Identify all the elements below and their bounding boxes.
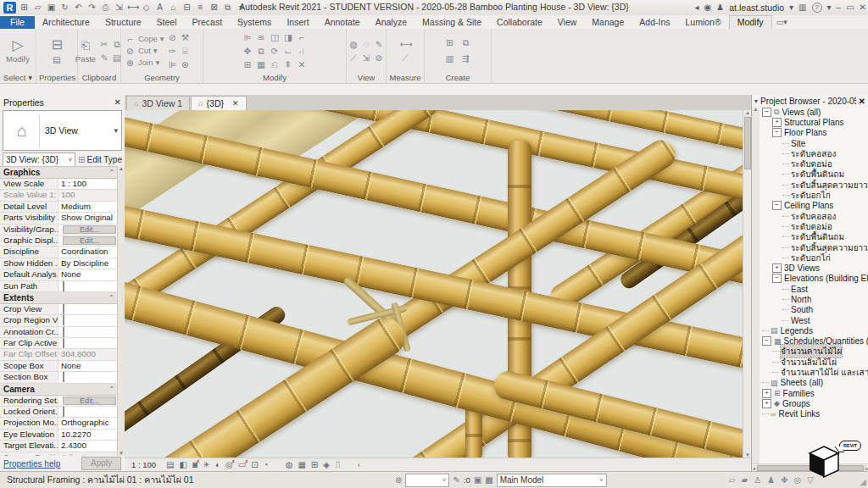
worksharing-display-icon[interactable]: ◈ xyxy=(323,460,330,469)
type-selector[interactable]: ⌂ 3D View ▾ xyxy=(3,110,122,151)
cut-geometry-icon[interactable]: ⊘ xyxy=(167,32,178,42)
tree-expander-icon[interactable]: + xyxy=(762,399,771,408)
create-parts-icon[interactable]: ⇶ xyxy=(460,53,471,64)
ribbon-tab-manage[interactable]: Manage xyxy=(584,16,632,29)
displace-elements-icon[interactable]: ⇲ xyxy=(361,53,372,63)
properties-scrollbar[interactable]: ▲▼ xyxy=(117,166,125,456)
paint-icon[interactable]: ✑ xyxy=(167,46,178,56)
tree-expander-icon[interactable]: − xyxy=(762,108,771,117)
temporary-hide-isolate-icon[interactable]: ◔ xyxy=(264,460,269,469)
help-caret-icon[interactable]: ▾ xyxy=(827,3,832,12)
property-value[interactable]: 304.8000 xyxy=(58,349,118,359)
ribbon-tab-architecture[interactable]: Architecture xyxy=(35,16,97,29)
ribbon-tab-analyze[interactable]: Analyze xyxy=(368,16,415,29)
delete-icon[interactable]: ✕ xyxy=(297,59,308,69)
property-value[interactable]: 1 : 100 xyxy=(58,179,118,189)
user-icon[interactable]: ♟ xyxy=(716,3,724,12)
editable-only-icon[interactable]: ✎ xyxy=(453,475,459,485)
text-icon[interactable]: A xyxy=(154,2,165,14)
sun-path-icon[interactable]: ☀ xyxy=(203,460,210,469)
property-value[interactable]: Orthographic xyxy=(58,418,118,428)
view-tab-close-icon[interactable]: ✕ xyxy=(232,99,239,108)
tree-expander-icon[interactable]: + xyxy=(762,389,771,398)
background-processes-icon[interactable]: ◎ xyxy=(794,475,802,485)
save-icon[interactable]: ▣ xyxy=(46,2,57,14)
section-collapse-icon[interactable]: ⌃ xyxy=(108,385,114,393)
file-tabs-icon[interactable]: ⊞ xyxy=(19,2,30,14)
aligned-dimension-icon[interactable]: ⟷ xyxy=(127,2,138,14)
show-crop-region-icon[interactable]: ⊡ xyxy=(251,460,258,469)
cut-geometry-icon[interactable]: ⊘ xyxy=(125,46,136,56)
app-store-icon[interactable]: ▥ xyxy=(798,3,806,12)
vcb-collapse-icon[interactable]: ‹ xyxy=(358,461,360,469)
select-panel-label[interactable]: Select ▾ xyxy=(0,72,36,83)
crop-view-icon[interactable]: ▭✗ xyxy=(238,460,246,469)
property-section-camera[interactable]: Camera⌃ xyxy=(0,384,118,396)
help-icon[interactable]: ? xyxy=(812,3,822,13)
select-links-icon[interactable]: ▱ xyxy=(729,475,736,485)
tree-item[interactable]: +Structural Plans xyxy=(760,117,868,127)
checkbox[interactable] xyxy=(63,327,64,337)
tree-item[interactable]: +⊞Families xyxy=(760,388,868,398)
edit-button[interactable]: Edit... xyxy=(63,225,116,234)
view-scale-button[interactable]: 1 : 100 xyxy=(131,460,156,469)
active-workset-select[interactable]: ˅ xyxy=(405,474,449,487)
visual-style-icon[interactable]: ◙✗ xyxy=(192,460,198,469)
override-graphics-icon[interactable]: ✎ xyxy=(374,39,385,49)
ribbon-tab-precast[interactable]: Precast xyxy=(185,16,231,29)
ribbon-tab-massing-site[interactable]: Massing & Site xyxy=(415,16,489,29)
tree-expander-icon[interactable]: − xyxy=(772,274,782,283)
unjoin-icon[interactable]: ⊛ xyxy=(180,59,191,69)
open-icon[interactable]: ▱ xyxy=(32,2,43,14)
property-value[interactable]: 100 xyxy=(58,190,118,200)
join-geometry-icon[interactable]: ⊕ xyxy=(125,58,136,68)
property-value[interactable]: 10.2270 xyxy=(58,430,118,440)
rendering-dialog-icon[interactable]: ◎✗ xyxy=(225,460,233,469)
matrix-icon[interactable]: ▦ xyxy=(256,59,267,69)
ribbon-tab-file[interactable]: File xyxy=(0,16,35,29)
view-tab-3d-view-1[interactable]: ⌂3D View 1 xyxy=(126,96,190,110)
scale-menu-icon[interactable]: ▤ xyxy=(166,460,174,469)
tree-item[interactable]: ระดับอกไก่ xyxy=(760,190,868,200)
property-section-extents[interactable]: Extents⌃ xyxy=(0,292,118,304)
match-type-icon[interactable]: ✎ xyxy=(99,53,110,63)
default-3d-view-icon[interactable]: ⌂ xyxy=(168,2,179,14)
ribbon-tab-insert[interactable]: Insert xyxy=(279,16,316,29)
property-value[interactable]: Medium xyxy=(58,202,118,212)
design-options-icon[interactable]: ▣ xyxy=(474,475,481,485)
cope-corner-icon[interactable]: ⌐ xyxy=(297,32,308,42)
checkbox[interactable] xyxy=(63,372,64,382)
tree-item[interactable]: +3D Views xyxy=(760,263,868,273)
property-value[interactable]: None xyxy=(58,269,118,280)
apply-button[interactable]: Apply xyxy=(81,457,121,470)
demolish-icon[interactable]: ⚒ xyxy=(180,32,191,42)
revit-logo-icon[interactable]: R xyxy=(3,2,16,14)
shadows-icon[interactable]: ◐ xyxy=(215,460,220,469)
cope-icon[interactable]: ⌐ xyxy=(125,34,136,44)
thin-lines-icon[interactable]: ≡ xyxy=(195,2,206,14)
ribbon-tab-modify[interactable]: Modify xyxy=(729,15,772,29)
design-option-select[interactable]: Main Model˅ xyxy=(497,474,607,487)
property-value[interactable]: None xyxy=(58,361,118,371)
select-underlay-elements-icon[interactable]: ▰ xyxy=(742,475,748,485)
type-caret-icon[interactable]: ▾ xyxy=(114,126,121,135)
tree-item[interactable]: South xyxy=(760,305,868,315)
reveal-constraints-icon[interactable]: ⊞ xyxy=(311,460,318,469)
properties-close-icon[interactable]: ✕ xyxy=(114,97,121,107)
search-icon[interactable]: ◉ xyxy=(704,3,712,12)
mirror-pick-axis-icon[interactable]: ◫ xyxy=(270,32,281,42)
trim-extend-icon[interactable]: ⌙ xyxy=(283,46,294,56)
align-icon[interactable]: ⊫ xyxy=(242,32,253,42)
close-hidden-windows-icon[interactable]: ⊠ xyxy=(209,2,220,14)
measure-between-refs-icon[interactable]: ⟷ xyxy=(400,39,411,49)
mirror-draw-axis-icon[interactable]: ◨ xyxy=(283,32,294,42)
reveal-hidden-icon[interactable]: ◍ xyxy=(348,39,359,49)
property-section-graphics[interactable]: Graphics⌃ xyxy=(0,167,118,179)
section-collapse-icon[interactable]: ⌃ xyxy=(108,169,114,176)
tree-item[interactable]: ▤Legends xyxy=(760,325,868,336)
paste-button[interactable]: ⎗ Paste xyxy=(75,37,96,64)
select-pinned-elements-icon[interactable]: ♙ xyxy=(754,475,761,485)
tree-expander-icon[interactable]: − xyxy=(772,201,782,210)
edit-button[interactable]: Edit... xyxy=(63,236,116,245)
create-assembly-icon[interactable]: ▥ xyxy=(444,53,455,64)
